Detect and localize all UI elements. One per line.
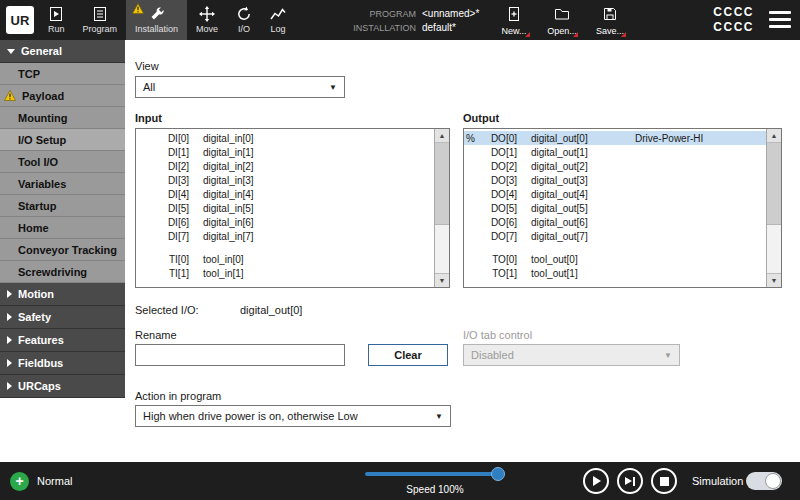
scrollbar-thumb[interactable]	[435, 143, 449, 225]
io-row[interactable]: DI[0] digital_in[0]	[136, 131, 434, 145]
corner-text: CCCC CCCC	[713, 5, 754, 35]
io-tab-control-label: I/O tab control	[463, 329, 532, 341]
speed-slider-handle[interactable]	[491, 467, 505, 481]
io-row[interactable]: DO[1] digital_out[1]	[464, 145, 766, 159]
unsaved-marker	[525, 32, 530, 37]
io-tab-control-dropdown: Disabled ▼	[463, 344, 680, 366]
io-row[interactable]: DI[3] digital_in[3]	[136, 173, 434, 187]
sidebar-item[interactable]: Variables	[0, 173, 125, 195]
io-row[interactable]	[464, 243, 766, 252]
sidebar-item[interactable]: Home	[0, 217, 125, 239]
run-icon	[48, 6, 64, 22]
sidebar-general-items: TCP Payload Mounting I/O Setup	[0, 63, 125, 283]
io-row[interactable]: DO[2] digital_out[2]	[464, 159, 766, 173]
tab-move[interactable]: Move	[187, 0, 227, 40]
sidebar-section-general[interactable]: General	[0, 40, 125, 63]
io-row-id: DI[2]	[149, 161, 189, 172]
sidebar-item[interactable]: Payload	[0, 85, 125, 107]
tab-run[interactable]: Run	[39, 0, 74, 40]
stop-button[interactable]	[651, 468, 677, 494]
clear-button[interactable]: Clear	[368, 344, 448, 366]
sidebar-item[interactable]: Startup	[0, 195, 125, 217]
sidebar-item-label: Conveyor Tracking	[18, 244, 117, 256]
save-button[interactable]: Save...	[590, 3, 630, 36]
io-row[interactable]: DO[5] digital_out[5]	[464, 201, 766, 215]
chevron-down-icon: ▼	[435, 412, 443, 421]
io-row-id: DI[5]	[149, 203, 189, 214]
sidebar-section[interactable]: Safety	[0, 306, 125, 329]
chevron-right-icon	[7, 313, 12, 321]
sidebar-item[interactable]: TCP	[0, 63, 125, 85]
io-row-id: DO[7]	[477, 231, 517, 242]
rename-input[interactable]	[135, 344, 345, 366]
sidebar-section-label: Features	[18, 334, 64, 346]
speed-slider-track[interactable]	[365, 472, 500, 476]
sidebar-item-label: Screwdriving	[18, 266, 87, 278]
io-row[interactable]: DO[6] digital_out[6]	[464, 215, 766, 229]
simulation-label: Simulation	[692, 475, 743, 487]
io-row[interactable]: DO[3] digital_out[3]	[464, 173, 766, 187]
sidebar-item[interactable]: Mounting	[0, 107, 125, 129]
step-button[interactable]	[617, 468, 643, 494]
sidebar-section[interactable]: Features	[0, 329, 125, 352]
scroll-down-icon[interactable]: ▼	[435, 273, 449, 287]
io-row[interactable]: DI[5] digital_in[5]	[136, 201, 434, 215]
robot-status[interactable]: + Normal	[10, 462, 72, 500]
sidebar-item-label: Variables	[18, 178, 66, 190]
sidebar-item[interactable]: Conveyor Tracking	[0, 239, 125, 261]
io-row[interactable]: DO[7] digital_out[7]	[464, 229, 766, 243]
menu-icon[interactable]	[769, 11, 791, 28]
io-row[interactable]: DI[2] digital_in[2]	[136, 159, 434, 173]
save-floppy-icon	[602, 6, 618, 24]
open-button[interactable]: Open...	[542, 3, 582, 36]
scroll-up-icon[interactable]: ▲	[767, 129, 781, 143]
io-row[interactable]: TI[1] tool_in[1]	[136, 266, 434, 280]
io-row[interactable]: TO[1] tool_out[1]	[464, 266, 766, 280]
io-row[interactable]	[136, 243, 434, 252]
tab-program[interactable]: Program	[74, 0, 127, 40]
action-in-program-dropdown[interactable]: High when drive power is on, otherwise L…	[135, 405, 451, 427]
io-row[interactable]: DO[4] digital_out[4]	[464, 187, 766, 201]
io-row[interactable]: TO[0] tool_out[0]	[464, 252, 766, 266]
sidebar-collapsed-sections: Motion Safety Features Fieldbus URCaps	[0, 283, 125, 398]
tab-installation[interactable]: Installation	[126, 0, 187, 40]
scrollbar-thumb[interactable]	[767, 143, 781, 225]
sidebar-section[interactable]: Fieldbus	[0, 352, 125, 375]
io-row-name: digital_out[6]	[531, 217, 635, 228]
io-row[interactable]: % DO[0] digital_out[0] Drive-Power-HI	[464, 131, 766, 145]
chevron-right-icon	[7, 382, 12, 390]
sidebar-section-label: General	[21, 45, 62, 57]
io-row-id: DI[4]	[149, 189, 189, 200]
sidebar-item-label: Home	[18, 222, 49, 234]
file-actions: New... Open... Save...	[494, 3, 630, 36]
stop-icon	[660, 477, 669, 486]
io-row-prefix: %	[464, 133, 477, 144]
play-button[interactable]	[583, 468, 609, 494]
installation-wrench-icon	[149, 6, 165, 22]
sidebar-item[interactable]: I/O Setup	[0, 129, 125, 151]
io-row[interactable]: TI[0] tool_in[0]	[136, 252, 434, 266]
io-row-name: digital_in[5]	[203, 203, 307, 214]
action-in-program-value: High when drive power is on, otherwise L…	[143, 410, 358, 422]
new-button[interactable]: New...	[494, 3, 534, 36]
output-title: Output	[463, 112, 499, 124]
io-row[interactable]: DI[6] digital_in[6]	[136, 215, 434, 229]
view-dropdown[interactable]: All ▼	[135, 76, 345, 98]
io-row-name: digital_in[2]	[203, 161, 307, 172]
sidebar-item[interactable]: Tool I/O	[0, 151, 125, 173]
sidebar-item-label: Payload	[22, 90, 64, 102]
input-scrollbar: ▲ ▼	[434, 129, 449, 287]
installation-name: default*	[422, 21, 456, 34]
sidebar-item[interactable]: Screwdriving	[0, 261, 125, 283]
io-row[interactable]: DI[1] digital_in[1]	[136, 145, 434, 159]
rename-label: Rename	[135, 329, 177, 341]
tab-log[interactable]: Log	[261, 0, 295, 40]
scroll-down-icon[interactable]: ▼	[767, 273, 781, 287]
simulation-toggle[interactable]	[746, 472, 782, 490]
sidebar-section[interactable]: Motion	[0, 283, 125, 306]
tab-io[interactable]: I/O	[227, 0, 261, 40]
sidebar-section[interactable]: URCaps	[0, 375, 125, 398]
io-row[interactable]: DI[4] digital_in[4]	[136, 187, 434, 201]
io-row[interactable]: DI[7] digital_in[7]	[136, 229, 434, 243]
scroll-up-icon[interactable]: ▲	[435, 129, 449, 143]
